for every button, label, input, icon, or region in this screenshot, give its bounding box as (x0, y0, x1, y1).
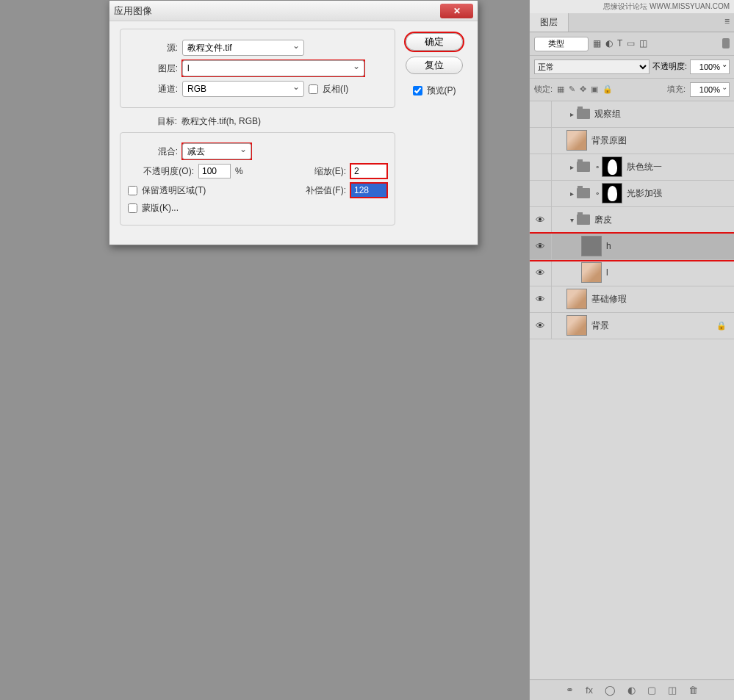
visibility-toggle[interactable]: 👁 (530, 313, 552, 339)
lock-position-icon[interactable]: ✥ (580, 84, 586, 94)
visibility-toggle[interactable] (530, 101, 552, 127)
layer-item[interactable]: 👁l (530, 260, 734, 286)
twisty-icon[interactable]: ▸ (566, 190, 577, 198)
visibility-toggle[interactable] (530, 154, 552, 180)
lock-artboard-icon[interactable]: ▣ (591, 84, 598, 94)
ok-button[interactable]: 确定 (406, 33, 463, 51)
filter-type-icon[interactable]: T (617, 38, 622, 48)
layer-name: 背景原图 (591, 134, 627, 147)
layer-name: 磨皮 (594, 214, 612, 226)
layer-name: 光影加强 (627, 187, 662, 200)
link-layers-icon[interactable]: ⚭ (566, 685, 574, 696)
visibility-toggle[interactable]: 👁 (530, 207, 552, 233)
watermark: 思缘设计论坛 WWW.MISSYUAN.COM (530, 0, 734, 13)
filter-image-icon[interactable]: ▦ (593, 38, 601, 48)
opacity-suffix: % (235, 166, 243, 176)
mask-icon[interactable]: ◯ (605, 685, 616, 696)
lock-label: 锁定: (534, 84, 553, 95)
blending-fieldset: 混合: 不透明度(O): % 缩放(E): 保留透明区域(T) 补偿值(F): (120, 132, 395, 225)
fill-input[interactable] (690, 82, 730, 97)
visibility-toggle[interactable]: 👁 (530, 286, 552, 312)
layer-thumb[interactable] (566, 315, 587, 336)
preserve-checkbox[interactable] (128, 186, 137, 195)
twisty-icon[interactable]: ▾ (566, 216, 577, 224)
filter-type-select[interactable] (534, 37, 589, 51)
invert-label: 反相(I) (323, 83, 348, 95)
apply-image-dialog: 应用图像 ✕ 源: 图层: 通道: 反相(I) (109, 0, 478, 245)
lock-pixels-icon[interactable]: ▦ (557, 84, 564, 94)
new-layer-icon[interactable]: ◫ (668, 685, 677, 696)
panel-menu-icon[interactable]: ≡ (720, 13, 734, 32)
folder-icon (577, 109, 590, 119)
folder-icon (577, 214, 590, 225)
visibility-toggle[interactable]: 👁 (530, 234, 552, 259)
mask-checkbox[interactable] (128, 203, 137, 213)
layer-select[interactable] (182, 60, 364, 76)
filter-adjust-icon[interactable]: ◐ (605, 38, 613, 48)
layer-thumb[interactable] (581, 262, 602, 283)
folder-icon (577, 188, 590, 198)
link-icon: ⚬ (594, 190, 602, 198)
blending-label: 混合: (128, 145, 178, 158)
layer-item[interactable]: 👁h (530, 234, 734, 260)
panel-footer: ⚭ fx ◯ ◐ ▢ ◫ 🗑 (530, 679, 734, 700)
layer-thumb[interactable] (581, 236, 602, 256)
opacity-input[interactable] (198, 164, 231, 178)
mask-thumb[interactable] (602, 156, 622, 177)
scale-input[interactable] (350, 164, 387, 178)
channel-select[interactable] (182, 81, 304, 97)
filter-smart-icon[interactable]: ◫ (639, 38, 647, 48)
lock-brush-icon[interactable]: ✎ (569, 84, 575, 94)
filter-toggle[interactable] (722, 38, 730, 48)
layer-name: 观察组 (594, 108, 621, 120)
layer-thumb[interactable] (566, 289, 587, 309)
layer-item[interactable]: ▸观察组 (530, 101, 734, 128)
lock-icon: 🔒 (716, 321, 727, 331)
mask-thumb[interactable] (602, 183, 622, 203)
panel-tabs: 图层 ≡ (530, 13, 734, 32)
source-select[interactable] (182, 40, 304, 56)
close-icon: ✕ (453, 6, 461, 16)
visibility-toggle[interactable] (530, 181, 552, 206)
close-button[interactable]: ✕ (440, 4, 473, 18)
layer-name: 背景 (591, 320, 609, 332)
layer-item[interactable]: 👁基础修瑕 (530, 286, 734, 313)
target-value: 教程文件.tif(h, RGB) (181, 115, 261, 128)
blending-select[interactable] (182, 143, 251, 159)
opacity-label: 不透明度(O): (128, 165, 194, 178)
preserve-label: 保留透明区域(T) (142, 184, 206, 197)
layer-item[interactable]: 背景原图 (530, 128, 734, 154)
twisty-icon[interactable]: ▸ (566, 163, 577, 171)
layer-opacity-input[interactable] (690, 59, 730, 74)
source-label: 源: (128, 42, 178, 54)
layer-item[interactable]: ▸⚬肤色统一 (530, 154, 734, 181)
invert-checkbox[interactable] (309, 84, 318, 94)
source-fieldset: 源: 图层: 通道: 反相(I) (120, 29, 395, 108)
adjustment-icon[interactable]: ◐ (627, 685, 636, 696)
filter-toolbar: ▦ ◐ T ▭ ◫ (530, 32, 734, 56)
fx-icon[interactable]: fx (586, 685, 593, 696)
visibility-toggle[interactable]: 👁 (530, 260, 552, 286)
layer-item[interactable]: 👁背景🔒 (530, 313, 734, 339)
layer-item[interactable]: ▸⚬光影加强 (530, 181, 734, 207)
twisty-icon[interactable]: ▸ (566, 110, 577, 118)
opacity-label: 不透明度: (652, 61, 687, 72)
visibility-toggle[interactable] (530, 128, 552, 154)
layer-thumb[interactable] (566, 130, 587, 151)
mask-label: 蒙版(K)... (142, 202, 179, 214)
preview-checkbox[interactable] (413, 86, 422, 95)
lock-all-icon[interactable]: 🔒 (602, 84, 613, 94)
dialog-titlebar[interactable]: 应用图像 ✕ (109, 1, 478, 21)
delete-icon[interactable]: 🗑 (688, 685, 698, 696)
layers-panel: 思缘设计论坛 WWW.MISSYUAN.COM 图层 ≡ ▦ ◐ T ▭ ◫ 正… (529, 0, 734, 700)
link-icon: ⚬ (594, 163, 602, 171)
filter-shape-icon[interactable]: ▭ (627, 38, 635, 48)
offset-input[interactable] (350, 183, 387, 198)
layer-item[interactable]: 👁▾磨皮 (530, 207, 734, 234)
group-icon[interactable]: ▢ (647, 685, 656, 696)
dialog-title: 应用图像 (114, 4, 440, 18)
blend-mode-select[interactable]: 正常 (534, 59, 650, 74)
offset-label: 补偿值(F): (306, 184, 346, 197)
reset-button[interactable]: 复位 (406, 57, 463, 74)
layers-tab[interactable]: 图层 (530, 13, 569, 32)
